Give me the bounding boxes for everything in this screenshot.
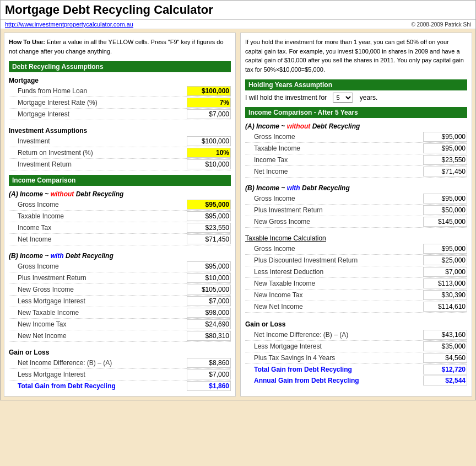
left-without-header: (A) Income ~ without Debt Recycling (9, 188, 231, 199)
left-b-new-net-income-row: New Net Income $80,310 (9, 330, 231, 342)
right-a-income-tax-row: Income Tax $23,550 (245, 154, 467, 166)
investment-return-value: $10,000 (187, 159, 231, 169)
spreadsheet: Mortgage Debt Recycling Calculator http:… (0, 0, 476, 400)
left-b-plus-investment-return-label: Plus Investment Return (18, 274, 187, 282)
right-gain-less-mortgage-label: Less Mortgage Interest (254, 342, 423, 350)
left-b-less-mortgage-interest-value: $7,000 (187, 296, 231, 306)
right-a-net-income-row: Net Income $71,450 (245, 166, 467, 178)
right-gain-annual-label: Annual Gain from Debt Recycling (254, 377, 423, 384)
right-a-gross-income-label: Gross Income (254, 133, 423, 141)
left-a-gross-income-row: Gross Income $95,000 (9, 199, 231, 211)
funds-from-home-loan-row: Funds from Home Loan $100,000 (9, 85, 231, 97)
right-gain-plus-tax-savings-label: Plus Tax Savings in 4 Years (254, 354, 423, 362)
right-without-text: without (287, 122, 311, 130)
right-b-new-income-tax-row: New Income Tax $30,390 (245, 290, 467, 301)
left-a-taxable-income-label: Taxable Income (18, 212, 187, 220)
left-gain-less-mortgage-row: Less Mortgage Interest $7,000 (9, 369, 231, 381)
return-on-investment-label: Return on Investment (%) (18, 149, 187, 157)
right-a-taxable-income-label: Taxable Income (254, 144, 423, 152)
left-b-new-taxable-income-label: New Taxable Income (18, 309, 187, 317)
holding-years-row: I will hold the investment for 5 1 2 3 4… (245, 93, 467, 103)
left-b-less-mortgage-interest-label: Less Mortgage Interest (18, 297, 187, 305)
right-b-new-income-tax-label: New Income Tax (254, 291, 423, 299)
left-a-net-income-row: Net Income $71,450 (9, 234, 231, 245)
holding-years-header: Holding Years Assumption (245, 79, 467, 90)
right-b-new-net-income-row: New Net Income $114,610 (245, 301, 467, 313)
right-b-new-gross-income-value: $145,000 (423, 217, 467, 227)
income-comparison-header: Income Comparison (9, 175, 231, 186)
right-b-new-gross-income-row: New Gross Income $145,000 (245, 216, 467, 228)
right-b-new-net-income-label: New Net Income (254, 303, 423, 310)
right-b-less-interest-value: $7,000 (423, 267, 467, 277)
left-b-gross-income-label: Gross Income (18, 263, 187, 270)
investment-value: $100,000 (187, 136, 231, 146)
income-comparison-right-header: Income Comparison - After 5 Years (245, 107, 467, 118)
right-b-less-interest-label: Less Interest Deduction (254, 268, 423, 276)
left-b-new-gross-income-value: $105,000 (187, 285, 231, 294)
left-gain-net-income-diff-row: Net Income Difference: (B) – (A) $8,860 (9, 357, 231, 369)
left-gain-header: Gain or Loss (9, 346, 231, 357)
right-without-header: (A) Income ~ without Debt Recycling (245, 120, 467, 131)
mortgage-interest-value: $7,000 (187, 109, 231, 119)
left-b-new-net-income-label: New Net Income (18, 332, 187, 340)
right-b-new-net-income-value: $114,610 (423, 302, 467, 312)
left-a-net-income-value: $71,450 (187, 234, 231, 244)
right-b-new-taxable-label: New Taxable Income (254, 280, 423, 287)
investment-label: Investment (18, 137, 187, 145)
how-to-use: How To Use: Enter a value in all the YEL… (9, 38, 231, 56)
right-b-new-income-tax-value: $30,390 (423, 290, 467, 300)
right-gain-total-row: Total Gain from Debt Recycling $12,720 (245, 364, 467, 375)
right-gain-plus-tax-savings-row: Plus Tax Savings in 4 Years $4,560 (245, 352, 467, 364)
left-a-taxable-income-row: Taxable Income $95,000 (9, 211, 231, 222)
right-gain-total-value: $12,720 (423, 365, 467, 374)
investment-row: Investment $100,000 (9, 136, 231, 147)
right-b-new-taxable-row: New Taxable Income $113,000 (245, 278, 467, 290)
left-b-new-net-income-value: $80,310 (187, 331, 231, 341)
left-gain-net-income-diff-value: $8,860 (187, 358, 231, 368)
left-b-new-income-tax-value: $24,690 (187, 319, 231, 329)
left-a-taxable-income-value: $95,000 (187, 211, 231, 221)
title-row: Mortgage Debt Recycling Calculator (1, 1, 475, 20)
left-b-less-mortgage-interest-row: Less Mortgage Interest $7,000 (9, 296, 231, 307)
right-b-plus-investment-return-label: Plus Investment Return (254, 206, 423, 214)
left-gain-total-label: Total Gain from Debt Recycling (18, 382, 187, 390)
return-on-investment-value[interactable]: 10% (187, 148, 231, 158)
left-b-new-taxable-income-value: $98,000 (187, 308, 231, 318)
left-panel: How To Use: Enter a value in all the YEL… (4, 33, 236, 397)
left-b-new-gross-income-label: New Gross Income (18, 286, 187, 293)
holding-years-select[interactable]: 5 1 2 3 4 6 7 8 9 10 (333, 93, 353, 103)
page-title: Mortgage Debt Recycling Calculator (5, 3, 471, 17)
right-a-income-tax-value: $23,550 (423, 155, 467, 165)
right-gain-header: Gain or Loss (245, 317, 467, 329)
funds-from-home-loan-value[interactable]: $100,000 (187, 86, 231, 96)
right-b-gross-income2-row: Gross Income $95,000 (245, 243, 467, 255)
taxable-income-calc-header: Taxable Income Calculation (245, 232, 467, 243)
mortgage-header: Mortgage (9, 74, 231, 85)
right-with-header: (B) Income ~ with Debt Recycling (245, 182, 467, 193)
left-b-gross-income-row: Gross Income $95,000 (9, 261, 231, 272)
right-b-less-interest-row: Less Interest Deduction $7,000 (245, 266, 467, 278)
right-a-gross-income-value: $95,000 (423, 132, 467, 142)
right-a-taxable-income-row: Taxable Income $95,000 (245, 143, 467, 154)
website-link[interactable]: http://www.investmentpropertycalculator.… (5, 21, 133, 28)
right-a-net-income-label: Net Income (254, 168, 423, 175)
left-gain-total-row: Total Gain from Debt Recycling $1,860 (9, 381, 231, 392)
left-gain-less-mortgage-value: $7,000 (187, 369, 231, 379)
mortgage-interest-rate-value[interactable]: 7% (187, 98, 231, 108)
holding-years-text-after: years. (360, 94, 378, 101)
main-content: How To Use: Enter a value in all the YEL… (1, 29, 475, 400)
funds-from-home-loan-label: Funds from Home Loan (18, 87, 187, 95)
left-with-header: (B) Income ~ with Debt Recycling (9, 250, 231, 261)
right-b-new-taxable-value: $113,000 (423, 278, 467, 288)
right-gain-less-mortgage-row: Less Mortgage Interest $35,000 (245, 341, 467, 352)
right-gain-less-mortgage-value: $35,000 (423, 341, 467, 351)
right-b-plus-investment-return-value: $50,000 (423, 205, 467, 215)
left-a-income-tax-value: $23,550 (187, 223, 231, 233)
right-b-gross-income2-label: Gross Income (254, 245, 423, 253)
right-b-gross-income-label: Gross Income (254, 195, 423, 202)
right-a-gross-income-row: Gross Income $95,000 (245, 131, 467, 143)
right-b-plus-discounted-row: Plus Discounted Investment Return $25,00… (245, 255, 467, 266)
right-b-gross-income-value: $95,000 (423, 194, 467, 203)
investment-return-label: Investment Return (18, 160, 187, 168)
left-a-gross-income-value[interactable]: $95,000 (187, 200, 231, 210)
